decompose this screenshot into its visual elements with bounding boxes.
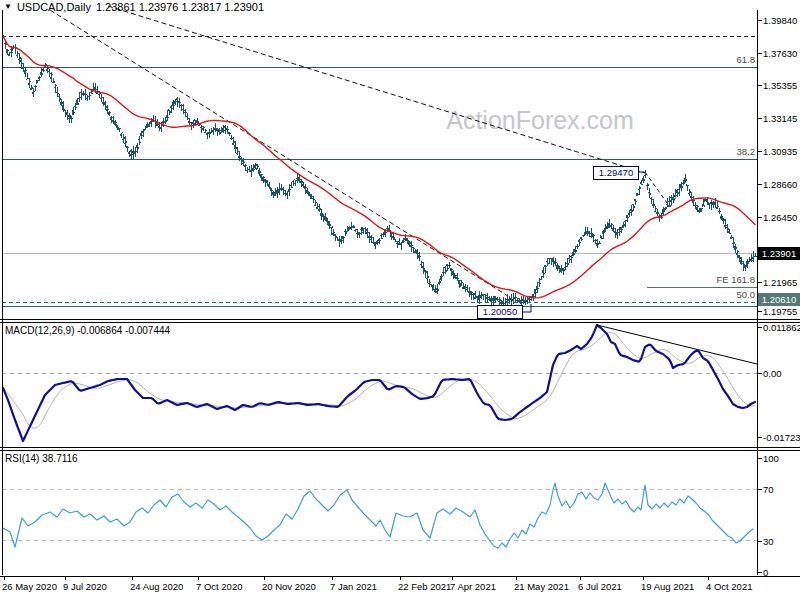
price-axis-label: 1.33145: [763, 113, 797, 124]
price-annotation-1.29470[interactable]: 1.29470: [593, 166, 639, 180]
fib-label-fe-161.8: FE 161.8: [685, 274, 755, 285]
price-axis-label: 1.21965: [763, 277, 797, 288]
rsi-indicator-label: RSI(14) 38.7116: [5, 453, 78, 464]
macd-axis-label: 0.011862: [763, 322, 800, 333]
fib-label-50.0: 50.0: [685, 289, 755, 300]
rsi-axis-label: 30: [763, 536, 774, 547]
rsi-axis-label: 100: [763, 453, 779, 464]
date-axis-label: 24 Aug 2020: [130, 581, 183, 592]
rsi-axis-label: 70: [763, 484, 774, 495]
level-price-tag-1.20610: 1.20610: [758, 293, 800, 306]
macd-axis-label: -0.017238: [763, 432, 800, 443]
date-axis-label: 26 May 2020: [2, 581, 57, 592]
macd-indicator-label: MACD(12,26,9) -0.006864 -0.007444: [5, 325, 170, 336]
date-axis-label: 6 Jul 2021: [578, 581, 622, 592]
fib-label-61.8: 61.8: [685, 54, 755, 65]
price-annotation-1.20050[interactable]: 1.20050: [477, 305, 523, 319]
symbol-timeframe-label: USDCAD,Daily: [17, 1, 91, 13]
price-chart-canvas[interactable]: [0, 0, 800, 600]
price-axis-label: 1.35355: [763, 80, 797, 91]
chart-title-bar: ▼ USDCAD,Daily 1.23861 1.23976 1.23817 1…: [4, 1, 264, 13]
date-axis-label: 4 Oct 2021: [706, 581, 752, 592]
fib-label-38.2: 38.2: [685, 146, 755, 157]
price-axis-label: 1.37630: [763, 48, 797, 59]
chart-window: ActionForex.com ▼ USDCAD,Daily 1.23861 1…: [0, 0, 800, 600]
symbol-dropdown-icon[interactable]: ▼: [4, 2, 12, 12]
macd-axis-label: 0.00: [763, 368, 782, 379]
date-axis-label: 7 Oct 2020: [196, 581, 242, 592]
ohlc-values: 1.23861 1.23976 1.23817 1.23901: [96, 1, 264, 13]
rsi-axis-label: 0: [763, 567, 768, 578]
date-axis-label: 9 Jul 2020: [63, 581, 107, 592]
current-price-tag: 1.23901: [758, 247, 800, 260]
date-axis-label: 19 Aug 2021: [641, 581, 694, 592]
price-axis-label: 1.30935: [763, 146, 797, 157]
price-axis-label: 1.39840: [763, 15, 797, 26]
date-axis-label: 7 Jan 2021: [330, 581, 377, 592]
date-axis-label: 21 May 2021: [514, 581, 569, 592]
price-axis-label: 1.19755: [763, 306, 797, 317]
price-axis-label: 1.26450: [763, 212, 797, 223]
date-axis-label: 7 Apr 2021: [450, 581, 496, 592]
date-axis-label: 22 Feb 2021: [398, 581, 451, 592]
date-axis-label: 20 Nov 2020: [262, 581, 316, 592]
price-axis-label: 1.28660: [763, 179, 797, 190]
